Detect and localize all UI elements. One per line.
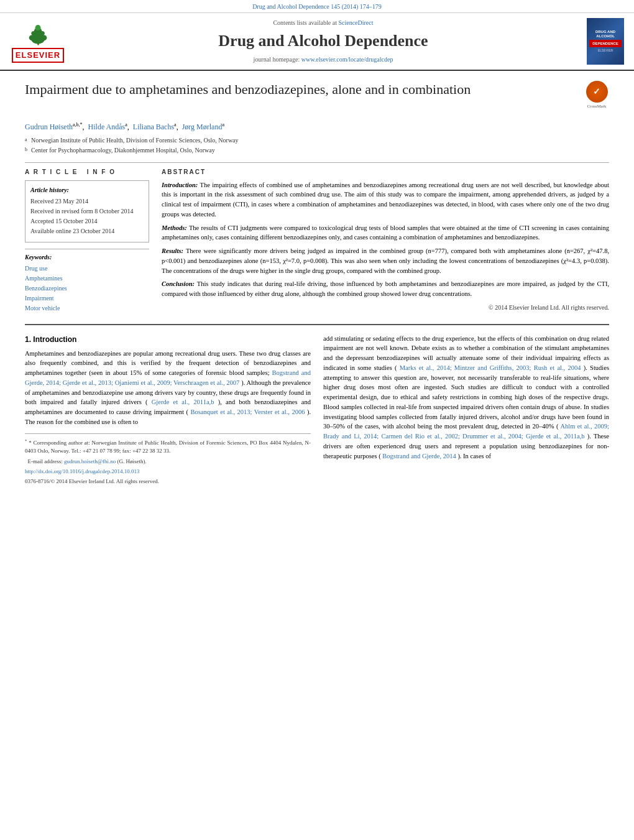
journal-header: ELSEVIER Contents lists available at Sci… xyxy=(0,13,634,71)
crossmark-icon: ✓ xyxy=(586,81,608,103)
doi-link[interactable]: http://dx.doi.org/10.1016/j.drugalcdep.2… xyxy=(25,468,311,476)
keyword-drug-use: Drug use xyxy=(25,264,149,273)
sciencedirect-line: Contents lists available at ScienceDirec… xyxy=(66,19,581,27)
main-content: Impairment due to amphetamines and benzo… xyxy=(0,71,634,496)
elsevier-tree-icon xyxy=(21,20,55,48)
body-col-right: add stimulating or sedating effects to t… xyxy=(323,334,609,486)
body-text: 1. Introduction Amphetamines and benzodi… xyxy=(25,334,609,486)
author-jorg: Jørg Mørland xyxy=(182,122,223,131)
affil-a: a Norwegian Institute of Public Health, … xyxy=(25,136,609,145)
crossmark-label: CrossMark xyxy=(587,104,606,110)
intro-label: Introduction: xyxy=(162,182,198,188)
info-abstract-section: A R T I C L E I N F O Article history: R… xyxy=(25,168,609,314)
svg-point-5 xyxy=(29,35,35,40)
authors-line: Gudrun Høisetha,b,*, Hilde Andåsa, Lilia… xyxy=(25,121,609,132)
body-para-2: add stimulating or sedating effects to t… xyxy=(323,334,609,461)
author-liliana: Liliana Bachs xyxy=(133,122,174,131)
cover-image: DRUG AND ALCOHOL DEPENDENCE ELSEVIER xyxy=(587,18,624,65)
results-label: Results: xyxy=(162,247,183,254)
affiliations: a Norwegian Institute of Public Health, … xyxy=(25,136,609,155)
ref-gjerde-2011: Gjerde et al., 2011a,b xyxy=(152,399,214,405)
email-link[interactable]: gudrun.hoiseth@fhi.no xyxy=(64,458,116,464)
journal-citation: Drug and Alcohol Dependence 145 (2014) 1… xyxy=(0,0,634,13)
footnotes: * * Corresponding author at: Norwegian I… xyxy=(25,433,311,486)
methods-label: Methods: xyxy=(162,224,187,231)
received-date: Received 23 May 2014 xyxy=(30,197,144,206)
conclusion-label: Conclusion: xyxy=(162,280,195,287)
article-title: Impairment due to amphetamines and benzo… xyxy=(25,81,578,99)
keyword-amphetamines: Amphetamines xyxy=(25,274,149,283)
article-title-section: Impairment due to amphetamines and benzo… xyxy=(25,81,609,115)
journal-title-block: Contents lists available at ScienceDirec… xyxy=(66,19,581,63)
revised-date: Received in revised form 8 October 2014 xyxy=(30,207,144,216)
ref-bosanquet-2013: Bosanquet et al., 2013; Verster et al., … xyxy=(190,408,305,415)
article-info-label: A R T I C L E I N F O xyxy=(25,168,149,177)
section-1-heading: 1. Introduction xyxy=(25,334,311,345)
affil-b: b Center for Psychopharmacology, Diakonh… xyxy=(25,146,609,155)
article-info-column: A R T I C L E I N F O Article history: R… xyxy=(25,168,149,314)
crossmark-badge: ✓ CrossMark xyxy=(584,81,609,110)
keyword-benzodiazepines: Benzodiazepines xyxy=(25,284,149,293)
abstract-results: Results: There were significantly more d… xyxy=(162,246,609,275)
keyword-motor-vehicle: Motor vehicle xyxy=(25,304,149,313)
keyword-impairment: Impairment xyxy=(25,294,149,303)
body-col-left: 1. Introduction Amphetamines and benzodi… xyxy=(25,334,311,486)
footnote-email: E-mail address: gudrun.hoiseth@fhi.no (G… xyxy=(25,458,311,466)
elsevier-logo: ELSEVIER xyxy=(10,20,66,63)
svg-point-8 xyxy=(39,31,44,35)
author-gudrun: Gudrun Høiseth xyxy=(25,122,73,131)
journal-homepage: journal homepage: www.elsevier.com/locat… xyxy=(66,55,581,64)
citation-text: Drug and Alcohol Dependence 145 (2014) 1… xyxy=(252,3,382,10)
abstract-column: ABSTRACT Introduction: The impairing eff… xyxy=(162,168,609,314)
abstract-methods: Methods: The results of CTI judgments we… xyxy=(162,223,609,243)
journal-name: Drug and Alcohol Dependence xyxy=(66,30,581,52)
article-history-box: Article history: Received 23 May 2014 Re… xyxy=(25,180,149,242)
divider-thick xyxy=(25,324,609,325)
journal-cover: DRUG AND ALCOHOL DEPENDENCE ELSEVIER xyxy=(581,18,624,65)
svg-point-6 xyxy=(40,35,47,40)
online-date: Available online 23 October 2014 xyxy=(30,227,144,236)
accepted-date: Accepted 15 October 2014 xyxy=(30,217,144,226)
author-hilde: Hilde Andås xyxy=(88,122,126,131)
keywords-label: Keywords: xyxy=(25,253,149,262)
abstract-intro: Introduction: The impairing effects of c… xyxy=(162,180,609,219)
svg-point-7 xyxy=(31,31,37,35)
ref-bogstrand-2014b: Bogstrand and Gjerde, 2014 xyxy=(382,453,456,459)
ref-marks-2014: Marks et al., 2014; Mintzer and Griffith… xyxy=(400,364,581,371)
abstract-label: ABSTRACT xyxy=(162,168,609,177)
history-label: Article history: xyxy=(30,186,144,195)
footnote-star: * * Corresponding author at: Norwegian I… xyxy=(25,438,311,456)
abstract-text: Introduction: The impairing effects of c… xyxy=(162,180,609,312)
homepage-link[interactable]: www.elsevier.com/locate/drugalcdep xyxy=(301,56,393,63)
elsevier-wordmark: ELSEVIER xyxy=(12,48,64,63)
sciencedirect-link[interactable]: ScienceDirect xyxy=(338,19,373,26)
svg-point-4 xyxy=(35,25,40,30)
keywords-section: Keywords: Drug use Amphetamines Benzodia… xyxy=(25,249,149,313)
abstract-conclusion: Conclusion: This study indicates that du… xyxy=(162,279,609,299)
divider-1 xyxy=(25,162,609,163)
copyright-line: © 2014 Elsevier Ireland Ltd. All rights … xyxy=(162,303,609,312)
body-para-1: Amphetamines and benzodiazepines are pop… xyxy=(25,349,311,427)
issn-line: 0376-8716/© 2014 Elsevier Ireland Ltd. A… xyxy=(25,478,311,486)
